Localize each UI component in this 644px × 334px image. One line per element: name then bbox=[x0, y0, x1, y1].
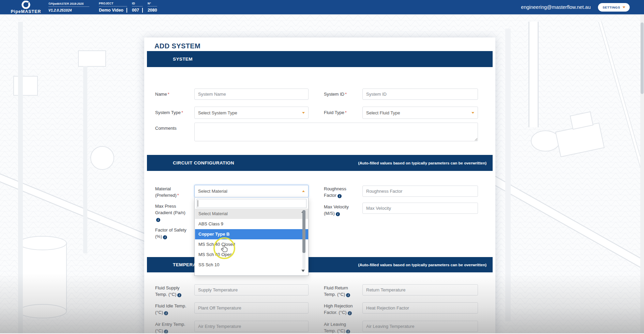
high-rejection-factor-label: High Rejection Factor. (°C)i bbox=[324, 303, 362, 316]
chevron-up-icon bbox=[302, 190, 305, 192]
system-type-select[interactable]: Select System Type bbox=[194, 107, 309, 119]
factor-of-safety-label: Factor of Safety (%)i bbox=[155, 227, 193, 240]
info-icon[interactable]: i bbox=[164, 311, 168, 315]
high-rejection-factor-input[interactable] bbox=[362, 302, 478, 314]
system-id-label: System ID* bbox=[324, 89, 362, 100]
name-label: Name* bbox=[155, 89, 193, 100]
number-label: N° bbox=[148, 2, 157, 6]
dropdown-option[interactable]: MS Sch 40 Open bbox=[195, 250, 308, 260]
system-id-input[interactable] bbox=[362, 89, 478, 100]
section-note-circuit: (Auto-filled values based on typically p… bbox=[358, 161, 493, 165]
scroll-down-icon[interactable] bbox=[301, 270, 305, 272]
material-select[interactable]: Select Material bbox=[194, 185, 309, 197]
dropdown-scrollbar[interactable] bbox=[302, 209, 305, 269]
chevron-down-icon bbox=[623, 6, 625, 8]
id-value: 007 bbox=[132, 8, 143, 13]
info-icon[interactable]: i bbox=[346, 293, 350, 297]
page-scrollbar-thumb[interactable] bbox=[641, 22, 644, 94]
section-title-system: SYSTEM bbox=[147, 57, 193, 62]
version-block: ©PipeMASTER 2018-2025 V1.2.0.251024 bbox=[48, 2, 89, 12]
dropdown-option[interactable]: ABS Class 9 bbox=[195, 219, 308, 229]
copyright-text: ©PipeMASTER 2018-2025 bbox=[48, 2, 89, 7]
section-banner-circuit: CIRCUIT CONFIGURATION (Auto-filled value… bbox=[147, 155, 493, 171]
fluid-return-temp-label: Fluid Return Temp. (°C)i bbox=[324, 285, 362, 298]
section-note-temperature: (Auto-filled values based on typically p… bbox=[358, 263, 493, 267]
info-icon[interactable]: i bbox=[177, 293, 181, 297]
page-scrollbar[interactable] bbox=[640, 15, 644, 333]
dropdown-option[interactable]: Copper Type B bbox=[195, 229, 308, 239]
project-value: Demo Video bbox=[99, 8, 127, 13]
fluid-type-label: Fluid Type* bbox=[324, 107, 362, 119]
version-text: V1.2.0.251024 bbox=[48, 8, 89, 12]
id-label: ID bbox=[132, 2, 143, 6]
material-select-value: Select Material bbox=[198, 189, 302, 194]
info-icon[interactable]: i bbox=[156, 218, 160, 222]
settings-button[interactable]: SETTINGS bbox=[598, 3, 630, 12]
fluid-return-temp-input[interactable] bbox=[362, 284, 478, 296]
fluid-idle-temp-input[interactable] bbox=[194, 302, 309, 314]
project-meta: PROJECT Demo Video ID 007 N° 2080 bbox=[99, 2, 162, 13]
info-icon[interactable]: i bbox=[346, 330, 350, 333]
name-input[interactable] bbox=[194, 89, 309, 100]
mouse-cursor bbox=[221, 245, 229, 254]
required-asterisk: * bbox=[345, 92, 347, 97]
system-type-label: System Type* bbox=[155, 107, 193, 119]
chevron-down-icon bbox=[471, 112, 474, 114]
air-leaving-temp-input[interactable] bbox=[362, 321, 478, 332]
required-asterisk: * bbox=[345, 110, 347, 115]
comments-textarea[interactable] bbox=[194, 123, 478, 141]
modal-title: ADD SYSTEM bbox=[154, 42, 200, 50]
info-icon[interactable]: i bbox=[348, 311, 352, 315]
required-asterisk: * bbox=[177, 193, 179, 198]
fluid-type-value: Select Fluid Type bbox=[366, 110, 471, 115]
air-entry-temp-input[interactable] bbox=[194, 321, 309, 332]
info-icon[interactable]: i bbox=[163, 235, 167, 239]
material-dropdown-list: Select MaterialABS Class 9Copper Type BM… bbox=[195, 209, 308, 270]
project-label: PROJECT bbox=[99, 2, 127, 6]
dropdown-option[interactable]: MS Sch 40 Closed bbox=[195, 239, 308, 250]
fluid-idle-temp-label: Fluid Idle Temp. (°C)i bbox=[155, 303, 193, 316]
user-email: engineering@masterflow.net.au bbox=[521, 4, 590, 10]
system-type-value: Select System Type bbox=[198, 110, 302, 115]
air-entry-temp-label: Air Entry Temp. (°C)i bbox=[155, 321, 193, 333]
material-label: Material (Preferred)* bbox=[155, 186, 193, 199]
required-asterisk: * bbox=[168, 92, 169, 97]
info-icon[interactable]: i bbox=[164, 330, 168, 333]
brand-name: PipeMASTER bbox=[11, 9, 41, 14]
roughness-input[interactable] bbox=[362, 186, 478, 197]
section-banner-system: SYSTEM bbox=[147, 51, 493, 67]
material-dropdown-panel: Select MaterialABS Class 9Copper Type BM… bbox=[194, 197, 309, 276]
info-icon[interactable]: i bbox=[336, 212, 340, 216]
settings-button-label: SETTINGS bbox=[602, 5, 620, 9]
chevron-down-icon bbox=[302, 112, 305, 114]
required-asterisk: * bbox=[181, 110, 183, 115]
max-velocity-label: Max Velocity (M/S)i bbox=[324, 204, 362, 217]
number-column: N° 2080 bbox=[148, 2, 157, 13]
roughness-label: Roughness Factori bbox=[324, 186, 362, 199]
text-cursor bbox=[198, 200, 198, 207]
material-dropdown-search-input[interactable] bbox=[197, 199, 306, 208]
section-title-circuit: CIRCUIT CONFIGURATION bbox=[147, 160, 234, 165]
comments-label: Comments bbox=[155, 125, 193, 132]
fluid-type-select[interactable]: Select Fluid Type bbox=[362, 107, 478, 119]
dropdown-option[interactable]: Select Material bbox=[195, 209, 308, 219]
page-body: ADD SYSTEM SYSTEM Name* System ID* Syste… bbox=[0, 15, 644, 333]
info-icon[interactable]: i bbox=[338, 194, 342, 198]
dropdown-scrollbar-thumb[interactable] bbox=[302, 210, 305, 253]
number-value: 2080 bbox=[148, 8, 157, 13]
project-column: PROJECT Demo Video bbox=[99, 2, 127, 13]
brand-logo: PipeMASTER bbox=[9, 1, 43, 14]
max-press-label: Max Press Gradient (Pa/n) i bbox=[155, 203, 193, 223]
fluid-supply-temp-input[interactable] bbox=[194, 284, 309, 296]
fluid-supply-temp-label: Fluid Supply Temp. (°C)i bbox=[155, 285, 193, 298]
app-header: PipeMASTER ©PipeMASTER 2018-2025 V1.2.0.… bbox=[0, 0, 644, 15]
air-leaving-temp-label: Air Leaving Temp. (°C)i bbox=[324, 321, 362, 333]
max-velocity-input[interactable] bbox=[362, 203, 478, 214]
pipemaster-logo-icon bbox=[18, 1, 34, 9]
dropdown-option[interactable]: SS Sch 10 bbox=[195, 260, 308, 270]
add-system-modal: ADD SYSTEM SYSTEM Name* System ID* Syste… bbox=[144, 37, 495, 333]
id-column: ID 007 bbox=[132, 2, 143, 13]
